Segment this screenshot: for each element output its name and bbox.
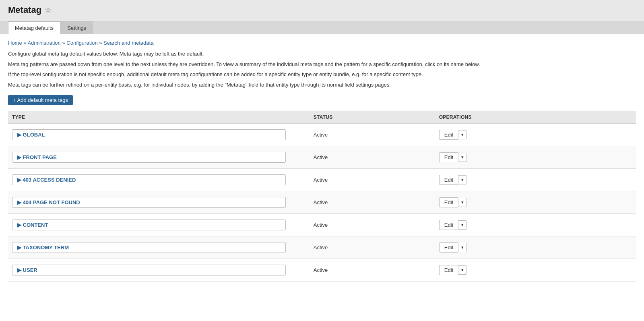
table-row: ▶ CONTENT Active Edit ▾ <box>8 214 636 236</box>
breadcrumb-home[interactable]: Home <box>8 40 22 46</box>
page-title: Metatag ☆ <box>8 5 636 15</box>
type-cell-front-page: ▶ FRONT PAGE <box>8 146 310 169</box>
status-cell-taxonomy-term: Active <box>310 236 435 259</box>
dropdown-button-taxonomy-term[interactable]: ▾ <box>458 243 467 252</box>
dropdown-button-content[interactable]: ▾ <box>458 220 467 230</box>
add-default-meta-tags-button[interactable]: + Add default meta tags <box>8 95 73 105</box>
status-text-global: Active <box>314 132 328 138</box>
description-4: Meta tags can be further refined on a pe… <box>8 81 636 89</box>
page-header: Metatag ☆ <box>0 0 644 21</box>
table-row: ▶ GLOBAL Active Edit ▾ <box>8 124 636 146</box>
status-text-404-page-not-found: Active <box>314 199 328 205</box>
breadcrumb-configuration[interactable]: Configuration <box>66 40 97 46</box>
dropdown-button-user[interactable]: ▾ <box>458 265 467 275</box>
status-cell-content: Active <box>310 214 435 236</box>
status-text-content: Active <box>314 222 328 228</box>
edit-button-taxonomy-term[interactable]: Edit <box>439 242 458 253</box>
description-3: If the top-level configuration is not sp… <box>8 70 636 79</box>
breadcrumb-search-metadata[interactable]: Search and metadata <box>103 40 153 46</box>
status-cell-user: Active <box>310 259 435 282</box>
edit-button-403-access-denied[interactable]: Edit <box>439 175 458 185</box>
status-text-user: Active <box>314 267 328 273</box>
table-row: ▶ USER Active Edit ▾ <box>8 259 636 282</box>
operations-cell-404-page-not-found: Edit ▾ <box>435 191 636 214</box>
type-link-content[interactable]: ▶ CONTENT <box>12 220 286 230</box>
type-link-front-page[interactable]: ▶ FRONT PAGE <box>12 152 286 163</box>
edit-button-global[interactable]: Edit <box>439 130 458 140</box>
title-text: Metatag <box>8 5 41 15</box>
dropdown-button-403-access-denied[interactable]: ▾ <box>458 175 467 184</box>
status-cell-front-page: Active <box>310 146 435 169</box>
edit-button-404-page-not-found[interactable]: Edit <box>439 197 458 207</box>
type-cell-403-access-denied: ▶ 403 ACCESS DENIED <box>8 169 310 191</box>
operations-cell-taxonomy-term: Edit ▾ <box>435 236 636 259</box>
description-2: Meta tag patterns are passed down from o… <box>8 60 636 68</box>
type-link-403-access-denied[interactable]: ▶ 403 ACCESS DENIED <box>12 174 286 185</box>
table-row: ▶ TAXONOMY TERM Active Edit ▾ <box>8 236 636 259</box>
status-text-403-access-denied: Active <box>314 177 328 183</box>
breadcrumb: Home » Administration » Configuration » … <box>8 40 636 46</box>
operations-cell-403-access-denied: Edit ▾ <box>435 169 636 191</box>
dropdown-button-404-page-not-found[interactable]: ▾ <box>458 198 467 207</box>
operations-cell-global: Edit ▾ <box>435 124 636 146</box>
tab-metatag-defaults[interactable]: Metatag defaults <box>8 21 60 34</box>
type-cell-content: ▶ CONTENT <box>8 214 310 236</box>
table-row: ▶ 403 ACCESS DENIED Active Edit ▾ <box>8 169 636 191</box>
col-operations: OPERATIONS <box>435 111 636 124</box>
edit-button-user[interactable]: Edit <box>439 265 458 275</box>
star-icon[interactable]: ☆ <box>45 6 51 14</box>
type-cell-404-page-not-found: ▶ 404 PAGE NOT FOUND <box>8 191 310 214</box>
status-cell-404-page-not-found: Active <box>310 191 435 214</box>
operations-cell-user: Edit ▾ <box>435 259 636 282</box>
tab-settings[interactable]: Settings <box>60 21 93 34</box>
content-area: Home » Administration » Configuration » … <box>0 34 644 287</box>
status-text-front-page: Active <box>314 154 328 160</box>
type-cell-taxonomy-term: ▶ TAXONOMY TERM <box>8 236 310 259</box>
description-1: Configure global meta tag default values… <box>8 50 636 58</box>
type-cell-user: ▶ USER <box>8 259 310 282</box>
type-link-global[interactable]: ▶ GLOBAL <box>12 129 286 140</box>
table-row: ▶ FRONT PAGE Active Edit ▾ <box>8 146 636 169</box>
dropdown-button-front-page[interactable]: ▾ <box>458 153 467 162</box>
edit-button-front-page[interactable]: Edit <box>439 152 458 162</box>
table-header: TYPE STATUS OPERATIONS <box>8 111 636 124</box>
status-cell-global: Active <box>310 124 435 146</box>
type-cell-global: ▶ GLOBAL <box>8 124 310 146</box>
type-link-user[interactable]: ▶ USER <box>12 265 286 275</box>
tabs-bar: Metatag defaults Settings <box>0 21 644 34</box>
metatag-table: TYPE STATUS OPERATIONS ▶ GLOBAL Active E… <box>8 111 636 282</box>
table-row: ▶ 404 PAGE NOT FOUND Active Edit ▾ <box>8 191 636 214</box>
operations-cell-front-page: Edit ▾ <box>435 146 636 169</box>
type-link-taxonomy-term[interactable]: ▶ TAXONOMY TERM <box>12 242 286 253</box>
edit-button-content[interactable]: Edit <box>439 220 458 230</box>
col-status: STATUS <box>310 111 435 124</box>
operations-cell-content: Edit ▾ <box>435 214 636 236</box>
dropdown-button-global[interactable]: ▾ <box>458 130 467 139</box>
breadcrumb-administration[interactable]: Administration <box>27 40 60 46</box>
status-cell-403-access-denied: Active <box>310 169 435 191</box>
status-text-taxonomy-term: Active <box>314 244 328 251</box>
description-block: Configure global meta tag default values… <box>8 50 636 89</box>
type-link-404-page-not-found[interactable]: ▶ 404 PAGE NOT FOUND <box>12 197 286 208</box>
col-type: TYPE <box>8 111 310 124</box>
